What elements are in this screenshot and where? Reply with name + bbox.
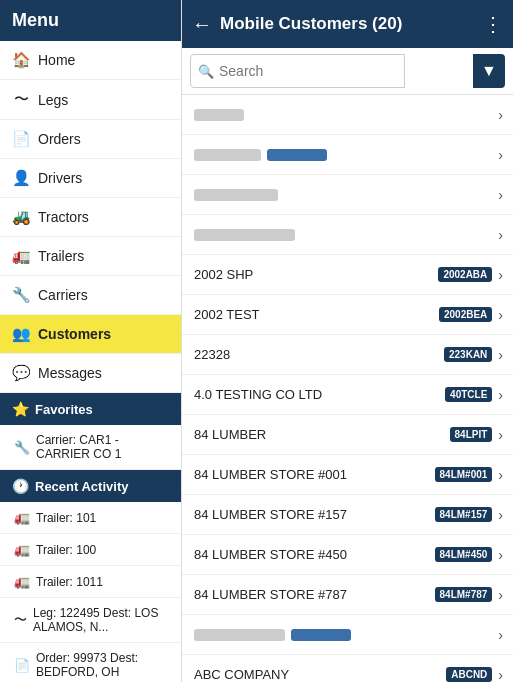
customer-badge: ABCND (446, 667, 492, 682)
list-item-blurred-1[interactable]: › (182, 135, 513, 175)
chevron-icon: › (498, 387, 503, 403)
customer-badge: 84LM#157 (435, 507, 493, 522)
list-item-c10[interactable]: 84 LUMBER STORE #157 84LM#157 › (182, 495, 513, 535)
customer-list: › › › ›2002 SHP 2002ABA ›2002 TEST 2002B… (182, 95, 513, 682)
recent-item-label: Trailer: 1011 (36, 575, 103, 589)
sidebar-recent-r3[interactable]: 🚛 Trailer: 1011 (0, 566, 181, 598)
sidebar-item-label: Messages (38, 365, 102, 381)
list-item-c4[interactable]: 2002 SHP 2002ABA › (182, 255, 513, 295)
customer-name: 2002 TEST (194, 307, 433, 322)
r3-icon: 🚛 (14, 574, 30, 589)
tractors-icon: 🚜 (12, 208, 30, 226)
chevron-icon: › (498, 507, 503, 523)
list-item-blurred-3[interactable]: › (182, 215, 513, 255)
sidebar-header: Menu (0, 0, 181, 41)
list-item-c9[interactable]: 84 LUMBER STORE #001 84LM#001 › (182, 455, 513, 495)
orders-icon: 📄 (12, 130, 30, 148)
sidebar-item-label: Carriers (38, 287, 88, 303)
search-dropdown-button[interactable]: ▼ (473, 54, 505, 88)
sidebar-item-label: Customers (38, 326, 111, 342)
list-item-c11[interactable]: 84 LUMBER STORE #450 84LM#450 › (182, 535, 513, 575)
list-item-c8[interactable]: 84 LUMBER 84LPIT › (182, 415, 513, 455)
list-item-c12[interactable]: 84 LUMBER STORE #787 84LM#787 › (182, 575, 513, 615)
chevron-icon: › (498, 667, 503, 683)
carriers-icon: 🔧 (12, 286, 30, 304)
home-icon: 🏠 (12, 51, 30, 69)
main-header: ← Mobile Customers (20) ⋮ (182, 0, 513, 48)
recent-item-label: Order: 99973 Dest: BEDFORD, OH (36, 651, 169, 679)
list-item-blurred-0[interactable]: › (182, 95, 513, 135)
sidebar-fav-fav-carrier[interactable]: 🔧 Carrier: CAR1 - CARRIER CO 1 (0, 425, 181, 470)
sidebar-item-tractors[interactable]: 🚜 Tractors (0, 198, 181, 237)
sidebar-recent-r5[interactable]: 📄 Order: 99973 Dest: BEDFORD, OH (0, 643, 181, 682)
sidebar-recent-r1[interactable]: 🚛 Trailer: 101 (0, 502, 181, 534)
customer-name: 84 LUMBER STORE #157 (194, 507, 429, 522)
chevron-icon: › (498, 227, 503, 243)
chevron-icon: › (498, 547, 503, 563)
sidebar-item-orders[interactable]: 📄 Orders (0, 120, 181, 159)
legs-icon: 〜 (12, 90, 30, 109)
sidebar-item-messages[interactable]: 💬 Messages (0, 354, 181, 393)
chevron-icon: › (498, 347, 503, 363)
sidebar-item-trailers[interactable]: 🚛 Trailers (0, 237, 181, 276)
chevron-icon: › (498, 107, 503, 123)
fav-carrier-icon: 🔧 (14, 440, 30, 455)
chevron-icon: › (498, 627, 503, 643)
chevron-icon: › (498, 267, 503, 283)
favorites-section: ⭐ Favorites (0, 393, 181, 425)
trailers-icon: 🚛 (12, 247, 30, 265)
r4-icon: 〜 (14, 611, 27, 629)
sidebar-item-legs[interactable]: 〜 Legs (0, 80, 181, 120)
favorites-label: Favorites (35, 402, 93, 417)
fav-item-label: Carrier: CAR1 - CARRIER CO 1 (36, 433, 169, 461)
sidebar-item-customers[interactable]: 👥 Customers (0, 315, 181, 354)
sidebar-item-label: Tractors (38, 209, 89, 225)
customer-badge: 223KAN (444, 347, 492, 362)
customer-name: 4.0 TESTING CO LTD (194, 387, 439, 402)
sidebar-item-drivers[interactable]: 👤 Drivers (0, 159, 181, 198)
chevron-icon: › (498, 587, 503, 603)
chevron-icon: › (498, 307, 503, 323)
list-item-blurred-13[interactable]: › (182, 615, 513, 655)
customer-name: 84 LUMBER STORE #001 (194, 467, 429, 482)
chevron-icon: › (498, 187, 503, 203)
search-input-wrap: 🔍 (190, 54, 473, 88)
chevron-icon: › (498, 427, 503, 443)
sidebar-item-label: Home (38, 52, 75, 68)
sidebar-recent-r4[interactable]: 〜 Leg: 122495 Dest: LOS ALAMOS, N... (0, 598, 181, 643)
customer-badge: 2002BEA (439, 307, 492, 322)
chevron-icon: › (498, 147, 503, 163)
r1-icon: 🚛 (14, 510, 30, 525)
search-input[interactable] (190, 54, 405, 88)
list-item-c7[interactable]: 4.0 TESTING CO LTD 40TCLE › (182, 375, 513, 415)
customer-badge: 84LPIT (450, 427, 493, 442)
sidebar-item-carriers[interactable]: 🔧 Carriers (0, 276, 181, 315)
customer-name: 84 LUMBER STORE #450 (194, 547, 429, 562)
customer-badge: 40TCLE (445, 387, 492, 402)
list-item-c6[interactable]: 22328 223KAN › (182, 335, 513, 375)
back-button[interactable]: ← (192, 13, 212, 36)
customer-name: 84 LUMBER (194, 427, 444, 442)
customer-badge: 84LM#787 (435, 587, 493, 602)
clock-icon: 🕐 (12, 478, 29, 494)
sidebar-item-label: Trailers (38, 248, 84, 264)
list-item-c5[interactable]: 2002 TEST 2002BEA › (182, 295, 513, 335)
more-button[interactable]: ⋮ (483, 12, 503, 36)
list-item-c14[interactable]: ABC COMPANY ABCND › (182, 655, 513, 682)
customer-name: ABC COMPANY (194, 667, 440, 682)
recent-item-label: Trailer: 100 (36, 543, 96, 557)
sidebar-item-label: Drivers (38, 170, 82, 186)
customer-badge: 84LM#450 (435, 547, 493, 562)
list-item-blurred-2[interactable]: › (182, 175, 513, 215)
customer-name: 84 LUMBER STORE #787 (194, 587, 429, 602)
page-title: Mobile Customers (20) (220, 14, 483, 34)
star-icon: ⭐ (12, 401, 29, 417)
customer-badge: 2002ABA (438, 267, 492, 282)
search-bar: 🔍 ▼ (182, 48, 513, 95)
drivers-icon: 👤 (12, 169, 30, 187)
recent-label: Recent Activity (35, 479, 128, 494)
sidebar-recent-r2[interactable]: 🚛 Trailer: 100 (0, 534, 181, 566)
customer-name: 22328 (194, 347, 438, 362)
recent-item-label: Trailer: 101 (36, 511, 96, 525)
sidebar-item-home[interactable]: 🏠 Home (0, 41, 181, 80)
